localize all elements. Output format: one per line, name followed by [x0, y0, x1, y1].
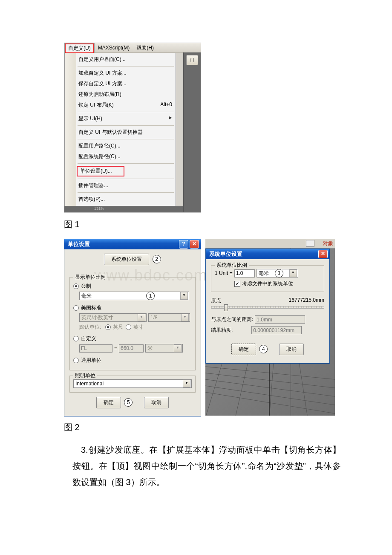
system-unit-scale-group: 系统单位比例 1 Unit = 1.0 毫米 3 ▼ ✔ — [211, 265, 324, 292]
origin-slider[interactable] — [211, 306, 324, 309]
minimize-icon[interactable] — [306, 240, 314, 247]
menu-plugin-manager-label: 插件管理器... — [78, 182, 108, 189]
right-toolbar: { } — [183, 52, 201, 212]
chevron-down-icon[interactable]: ▼ — [289, 269, 297, 277]
menu-show-ui[interactable]: 显示 UI(H) ▶ — [65, 113, 176, 124]
units-setup-titlebar[interactable]: 单位设置 ? ✕ — [64, 239, 201, 249]
menu-customize-ui-label: 自定义用户界面(C)... — [78, 56, 126, 63]
radio-generic-label: 通用单位 — [81, 357, 101, 364]
menu-units-setup[interactable]: 单位设置(U)... — [77, 166, 124, 176]
menubar: 自定义(U) MAXScript(M) 帮助(H) — [64, 43, 201, 53]
menu-load-scheme-label: 加载自定义 UI 方案... — [78, 69, 127, 77]
ok-button[interactable]: 确定 — [96, 397, 121, 408]
screenshot-dialogs: 对象 — [64, 239, 335, 416]
radio-us-label: 美国标准 — [81, 304, 101, 312]
respect-file-units-label: 考虑文件中的系统单位 — [242, 280, 293, 287]
screenshot-menu: 自定义(U) MAXScript(M) 帮助(H) 自定义用户界面(C)... … — [64, 43, 201, 213]
radio-us[interactable] — [73, 305, 79, 311]
close-icon[interactable]: ✕ — [190, 240, 199, 249]
menu-load-scheme[interactable]: 加载自定义 UI 方案... — [65, 68, 176, 78]
svg-line-7 — [269, 362, 274, 416]
menubar-customize[interactable]: 自定义(U) — [64, 43, 95, 54]
menu-lock-layout-shortcut: Alt+0 — [160, 101, 172, 109]
radio-feet — [105, 324, 111, 330]
script-listener-icon[interactable]: { } — [186, 55, 198, 65]
system-unit-title: 系统单位设置 — [209, 250, 242, 258]
callout-5: 5 — [124, 398, 133, 407]
zoom-readout: 131% — [94, 206, 104, 211]
menu-preferences-label: 首选项(P)... — [78, 196, 105, 203]
accuracy-value: 0.0000001192mm — [251, 326, 302, 334]
origin-label: 原点 — [211, 297, 221, 304]
figure1-caption: 图 1 — [64, 219, 341, 230]
units-setup-title: 单位设置 — [68, 240, 90, 248]
submenu-arrow-icon: ▶ — [169, 115, 172, 122]
unit-eq-label: 1 Unit = — [215, 270, 233, 276]
cancel-button[interactable]: 取消 — [279, 344, 304, 355]
callout-2: 2 — [153, 255, 161, 263]
radio-metric-label: 公制 — [81, 283, 91, 290]
metric-unit-value: 毫米 — [81, 292, 92, 300]
distance-value: 1.0mm — [255, 315, 305, 324]
custom-eq-label: = — [114, 345, 117, 351]
distance-label: 与原点之间的距离: — [211, 316, 253, 323]
system-unit-setup-button[interactable]: 系统单位设置 — [104, 254, 149, 265]
display-unit-scale-legend: 显示单位比例 — [73, 274, 107, 281]
menu-revert-layout[interactable]: 还原为启动布局(R) — [65, 89, 176, 100]
lighting-unit-value: International — [75, 381, 104, 387]
menu-switcher[interactable]: 自定义 UI 与默认设置切换器 — [65, 127, 176, 138]
chevron-down-icon[interactable]: ▼ — [180, 292, 188, 300]
menubar-help[interactable]: 帮助(H) — [133, 43, 157, 53]
radio-generic[interactable] — [73, 358, 79, 363]
svg-line-0 — [205, 367, 335, 379]
menu-save-scheme[interactable]: 保存自定义 UI 方案... — [65, 78, 176, 89]
origin-value: 16777215.0mm — [289, 297, 324, 304]
system-unit-titlebar[interactable]: 系统单位设置 ✕ — [206, 249, 329, 259]
us-unit-value: 英尺/小数英寸 — [81, 314, 113, 321]
unit-value-input[interactable]: 1.0 — [234, 269, 255, 278]
metric-unit-select[interactable]: 毫米 1 ▼ — [79, 292, 189, 300]
chevron-down-icon: ▼ — [174, 344, 182, 352]
custom-value-input: 660.0 — [119, 344, 144, 353]
callout-1: 1 — [146, 292, 155, 300]
menu-user-paths[interactable]: 配置用户路径(C)... — [65, 141, 176, 151]
menu-user-paths-label: 配置用户路径(C)... — [78, 142, 121, 150]
script-listener-glyph: { } — [190, 58, 194, 62]
respect-file-units-checkbox[interactable]: ✔ — [234, 281, 240, 287]
chevron-down-icon[interactable]: ▼ — [183, 380, 190, 387]
menu-lock-layout[interactable]: 锁定 UI 布局(K) Alt+0 — [65, 100, 176, 110]
lighting-unit-select[interactable]: International ▼ — [73, 379, 192, 388]
close-icon[interactable]: ✕ — [318, 250, 328, 258]
viewport-title: 对象 — [323, 240, 333, 247]
radio-metric[interactable] — [73, 283, 79, 289]
svg-line-1 — [205, 373, 335, 388]
radio-custom[interactable] — [73, 336, 79, 341]
menu-preferences[interactable]: 首选项(P)... — [65, 194, 176, 205]
svg-line-5 — [205, 362, 222, 416]
ok-button[interactable]: 确定 — [231, 344, 256, 355]
radio-inch-label: 英寸 — [133, 324, 144, 331]
menu-save-scheme-label: 保存自定义 UI 方案... — [78, 80, 127, 87]
menubar-maxscript[interactable]: MAXScript(M) — [95, 43, 133, 52]
system-unit-select[interactable]: 毫米 3 ▼ — [257, 269, 298, 278]
slider-thumb[interactable] — [224, 304, 228, 311]
radio-feet-label: 英尺 — [113, 324, 123, 331]
perspective-grid — [205, 362, 335, 416]
help-icon[interactable]: ? — [179, 240, 188, 249]
menu-system-paths[interactable]: 配置系统路径(C)... — [65, 151, 176, 162]
menu-customize-ui[interactable]: 自定义用户界面(C)... — [65, 54, 176, 65]
svg-line-2 — [205, 379, 335, 396]
customize-dropdown: 自定义用户界面(C)... 加载自定义 UI 方案... 保存自定义 UI 方案… — [64, 53, 176, 206]
callout-3: 3 — [275, 269, 283, 278]
menu-revert-layout-label: 还原为启动布局(R) — [78, 91, 121, 98]
cancel-button[interactable]: 取消 — [144, 397, 169, 408]
system-unit-setup-dialog: 系统单位设置 ✕ 系统单位比例 1 Unit = 1.0 毫米 3 — [205, 249, 330, 364]
units-setup-dialog: 单位设置 ? ✕ www.bdoc.com 系统单位设置 2 显示单位比例 — [64, 239, 201, 416]
menu-plugin-manager[interactable]: 插件管理器... — [65, 180, 176, 191]
system-unit-value: 毫米 — [259, 270, 269, 277]
display-unit-scale-group: 显示单位比例 公制 毫米 1 ▼ — [69, 277, 196, 370]
us-fraction-value: 1/8 — [150, 315, 158, 321]
radio-inch — [126, 324, 131, 330]
menu-system-paths-label: 配置系统路径(C)... — [78, 153, 121, 160]
chevron-down-icon: ▼ — [138, 314, 145, 321]
